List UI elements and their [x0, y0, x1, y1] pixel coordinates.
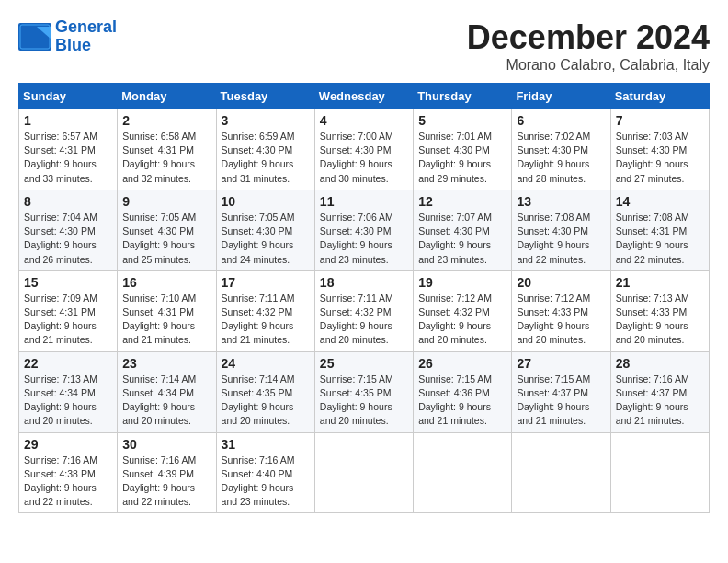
calendar-cell: 10Sunrise: 7:05 AMSunset: 4:30 PMDayligh… — [216, 190, 314, 270]
day-number: 6 — [517, 113, 605, 128]
logo-text: General Blue — [55, 18, 117, 55]
day-number: 7 — [616, 113, 704, 128]
day-info: Sunrise: 7:06 AMSunset: 4:30 PMDaylight:… — [320, 211, 408, 267]
day-info: Sunrise: 7:08 AMSunset: 4:31 PMDaylight:… — [616, 211, 704, 267]
calendar-cell: 30Sunrise: 7:16 AMSunset: 4:39 PMDayligh… — [118, 432, 216, 513]
day-number: 25 — [320, 356, 408, 371]
day-info: Sunrise: 7:16 AMSunset: 4:38 PMDaylight:… — [24, 454, 112, 510]
day-info: Sunrise: 7:03 AMSunset: 4:30 PMDaylight:… — [616, 130, 704, 186]
page-header: General Blue December 2024 Morano Calabr… — [18, 18, 710, 74]
title-block: December 2024 Morano Calabro, Calabria, … — [467, 18, 710, 74]
day-info: Sunrise: 7:00 AMSunset: 4:30 PMDaylight:… — [320, 130, 408, 186]
weekday-header-thursday: Thursday — [414, 84, 512, 109]
day-info: Sunrise: 7:12 AMSunset: 4:33 PMDaylight:… — [517, 292, 605, 348]
day-number: 24 — [222, 356, 310, 371]
day-info: Sunrise: 7:11 AMSunset: 4:32 PMDaylight:… — [222, 292, 310, 348]
calendar-week-row: 29Sunrise: 7:16 AMSunset: 4:38 PMDayligh… — [19, 432, 710, 513]
calendar-cell — [610, 432, 709, 513]
day-info: Sunrise: 7:16 AMSunset: 4:37 PMDaylight:… — [616, 373, 704, 429]
weekday-header-tuesday: Tuesday — [216, 84, 314, 109]
calendar-cell: 17Sunrise: 7:11 AMSunset: 4:32 PMDayligh… — [216, 270, 314, 351]
calendar-cell: 3Sunrise: 6:59 AMSunset: 4:30 PMDaylight… — [216, 109, 314, 190]
day-info: Sunrise: 6:59 AMSunset: 4:30 PMDaylight:… — [222, 130, 310, 186]
day-number: 10 — [222, 194, 310, 209]
calendar-cell: 27Sunrise: 7:15 AMSunset: 4:37 PMDayligh… — [512, 351, 610, 432]
calendar-week-row: 1Sunrise: 6:57 AMSunset: 4:31 PMDaylight… — [19, 109, 710, 190]
day-number: 18 — [320, 275, 408, 290]
day-number: 14 — [616, 194, 704, 209]
calendar-cell — [512, 432, 610, 513]
day-info: Sunrise: 7:16 AMSunset: 4:40 PMDaylight:… — [222, 454, 310, 510]
calendar-cell: 28Sunrise: 7:16 AMSunset: 4:37 PMDayligh… — [610, 351, 709, 432]
calendar-cell: 7Sunrise: 7:03 AMSunset: 4:30 PMDaylight… — [610, 109, 709, 190]
logo-icon — [18, 23, 51, 51]
day-number: 3 — [222, 113, 310, 128]
calendar-cell: 18Sunrise: 7:11 AMSunset: 4:32 PMDayligh… — [314, 270, 413, 351]
day-number: 22 — [24, 356, 112, 371]
day-number: 17 — [222, 275, 310, 290]
day-number: 30 — [122, 437, 210, 452]
day-number: 13 — [517, 194, 605, 209]
calendar-cell: 1Sunrise: 6:57 AMSunset: 4:31 PMDaylight… — [19, 109, 118, 190]
day-info: Sunrise: 7:08 AMSunset: 4:30 PMDaylight:… — [517, 211, 605, 267]
day-number: 31 — [222, 437, 310, 452]
day-number: 1 — [24, 113, 112, 128]
calendar-table: SundayMondayTuesdayWednesdayThursdayFrid… — [18, 83, 710, 513]
day-number: 9 — [122, 194, 210, 209]
calendar-cell: 5Sunrise: 7:01 AMSunset: 4:30 PMDaylight… — [414, 109, 512, 190]
calendar-cell: 29Sunrise: 7:16 AMSunset: 4:38 PMDayligh… — [19, 432, 118, 513]
day-info: Sunrise: 6:57 AMSunset: 4:31 PMDaylight:… — [24, 130, 112, 186]
day-number: 26 — [418, 356, 506, 371]
day-info: Sunrise: 7:01 AMSunset: 4:30 PMDaylight:… — [418, 130, 506, 186]
calendar-cell: 26Sunrise: 7:15 AMSunset: 4:36 PMDayligh… — [414, 351, 512, 432]
calendar-cell: 12Sunrise: 7:07 AMSunset: 4:30 PMDayligh… — [414, 190, 512, 270]
day-info: Sunrise: 7:13 AMSunset: 4:34 PMDaylight:… — [24, 373, 112, 429]
day-info: Sunrise: 7:05 AMSunset: 4:30 PMDaylight:… — [222, 211, 310, 267]
calendar-cell — [414, 432, 512, 513]
day-number: 27 — [517, 356, 605, 371]
calendar-week-row: 22Sunrise: 7:13 AMSunset: 4:34 PMDayligh… — [19, 351, 710, 432]
day-info: Sunrise: 7:13 AMSunset: 4:33 PMDaylight:… — [616, 292, 704, 348]
day-info: Sunrise: 7:10 AMSunset: 4:31 PMDaylight:… — [122, 292, 210, 348]
day-number: 2 — [122, 113, 210, 128]
weekday-header-monday: Monday — [118, 84, 216, 109]
weekday-header-wednesday: Wednesday — [314, 84, 413, 109]
calendar-cell: 21Sunrise: 7:13 AMSunset: 4:33 PMDayligh… — [610, 270, 709, 351]
calendar-cell: 11Sunrise: 7:06 AMSunset: 4:30 PMDayligh… — [314, 190, 413, 270]
day-info: Sunrise: 7:02 AMSunset: 4:30 PMDaylight:… — [517, 130, 605, 186]
calendar-cell: 2Sunrise: 6:58 AMSunset: 4:31 PMDaylight… — [118, 109, 216, 190]
calendar-week-row: 15Sunrise: 7:09 AMSunset: 4:31 PMDayligh… — [19, 270, 710, 351]
day-number: 20 — [517, 275, 605, 290]
day-info: Sunrise: 7:12 AMSunset: 4:32 PMDaylight:… — [418, 292, 506, 348]
calendar-cell: 6Sunrise: 7:02 AMSunset: 4:30 PMDaylight… — [512, 109, 610, 190]
day-info: Sunrise: 7:09 AMSunset: 4:31 PMDaylight:… — [24, 292, 112, 348]
day-info: Sunrise: 7:05 AMSunset: 4:30 PMDaylight:… — [122, 211, 210, 267]
day-number: 8 — [24, 194, 112, 209]
calendar-cell: 14Sunrise: 7:08 AMSunset: 4:31 PMDayligh… — [610, 190, 709, 270]
logo: General Blue — [18, 18, 117, 55]
day-info: Sunrise: 7:14 AMSunset: 4:34 PMDaylight:… — [122, 373, 210, 429]
day-info: Sunrise: 7:15 AMSunset: 4:36 PMDaylight:… — [418, 373, 506, 429]
weekday-header-sunday: Sunday — [19, 84, 118, 109]
calendar-cell — [314, 432, 413, 513]
calendar-cell: 19Sunrise: 7:12 AMSunset: 4:32 PMDayligh… — [414, 270, 512, 351]
calendar-cell: 13Sunrise: 7:08 AMSunset: 4:30 PMDayligh… — [512, 190, 610, 270]
day-number: 28 — [616, 356, 704, 371]
calendar-cell: 8Sunrise: 7:04 AMSunset: 4:30 PMDaylight… — [19, 190, 118, 270]
calendar-cell: 15Sunrise: 7:09 AMSunset: 4:31 PMDayligh… — [19, 270, 118, 351]
weekday-header-friday: Friday — [512, 84, 610, 109]
day-info: Sunrise: 7:15 AMSunset: 4:35 PMDaylight:… — [320, 373, 408, 429]
day-info: Sunrise: 6:58 AMSunset: 4:31 PMDaylight:… — [122, 130, 210, 186]
day-number: 15 — [24, 275, 112, 290]
day-number: 19 — [418, 275, 506, 290]
calendar-cell: 23Sunrise: 7:14 AMSunset: 4:34 PMDayligh… — [118, 351, 216, 432]
day-number: 23 — [122, 356, 210, 371]
calendar-cell: 22Sunrise: 7:13 AMSunset: 4:34 PMDayligh… — [19, 351, 118, 432]
calendar-cell: 20Sunrise: 7:12 AMSunset: 4:33 PMDayligh… — [512, 270, 610, 351]
calendar-cell: 16Sunrise: 7:10 AMSunset: 4:31 PMDayligh… — [118, 270, 216, 351]
calendar-cell: 24Sunrise: 7:14 AMSunset: 4:35 PMDayligh… — [216, 351, 314, 432]
day-number: 11 — [320, 194, 408, 209]
day-number: 29 — [24, 437, 112, 452]
day-info: Sunrise: 7:15 AMSunset: 4:37 PMDaylight:… — [517, 373, 605, 429]
day-info: Sunrise: 7:14 AMSunset: 4:35 PMDaylight:… — [222, 373, 310, 429]
